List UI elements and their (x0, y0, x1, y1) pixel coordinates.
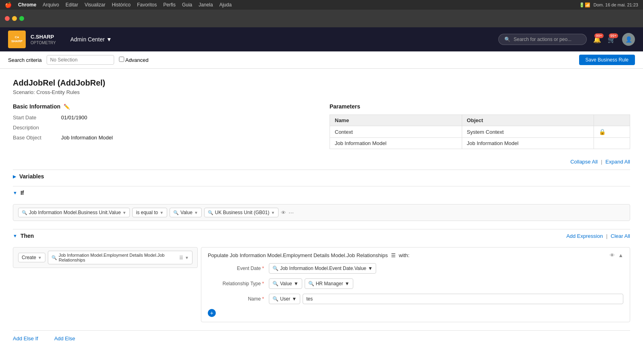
eye-icon[interactable]: 👁 (281, 210, 286, 216)
rel-type-arrow: ▼ (294, 281, 299, 286)
info-columns: Basic Information ✏️ Start Date 01/01/19… (13, 103, 630, 149)
menu-favoritos[interactable]: Favoritos (137, 2, 157, 8)
target-object-selector[interactable]: 🔍 Job Information Model.Employment Detai… (48, 251, 192, 264)
if-value-selector[interactable]: 🔍 UK Business Unit (GB01) ▼ (204, 208, 278, 217)
admin-center-chevron: ▼ (106, 36, 112, 43)
name-type-selector[interactable]: 🔍 User ▼ (269, 294, 300, 304)
add-expression-link[interactable]: Add Expression (566, 233, 603, 239)
maximize-button[interactable] (19, 16, 24, 21)
menu-janela[interactable]: Janela (199, 2, 213, 8)
parameters-title: Parameters (330, 103, 630, 110)
then-toggle[interactable]: ▼ (13, 233, 17, 238)
then-expr-container: Create ▼ 🔍 Job Information Model.Employm… (13, 247, 630, 322)
then-label: Then (20, 233, 34, 239)
then-header: ▼ Then Add Expression | Clear All (13, 229, 630, 242)
then-actions: Add Expression | Clear All (566, 233, 630, 239)
app-name[interactable]: Chrome (18, 2, 36, 8)
add-else-if-link[interactable]: Add Else If (13, 335, 38, 342)
sub-nav: Search criteria Advanced Save Business R… (0, 51, 643, 69)
cart-badge: 99+ (609, 33, 618, 38)
then-separator: | (606, 233, 607, 239)
event-date-search-icon: 🔍 (272, 266, 278, 271)
param-lock-0[interactable]: 🔒 (594, 126, 630, 138)
more-icon[interactable]: ⋯ (289, 210, 294, 216)
param-row-0: Context System Context 🔒 (330, 126, 630, 138)
if-type-arrow: ▼ (194, 211, 198, 215)
basic-info-section: Basic Information ✏️ Start Date 01/01/19… (13, 103, 313, 149)
menu-ajuda[interactable]: Ajuda (219, 2, 232, 8)
if-section: ▼ If 🔍 Job Information Model.Business Un… (13, 186, 630, 221)
if-header: ▼ If (13, 186, 630, 199)
parameters-section: Parameters Name Object Context System Co… (330, 103, 630, 149)
rel-value-arrow: ▼ (345, 281, 350, 286)
rel-value-selector[interactable]: 🔍 HR Manager ▼ (305, 278, 353, 289)
base-object-row: Base Object Job Information Model (13, 135, 313, 141)
start-date-label: Start Date (13, 115, 61, 121)
parameters-table: Name Object Context System Context 🔒 Job… (330, 115, 630, 149)
advanced-checkbox[interactable] (119, 57, 124, 62)
rel-type-type-selector[interactable]: 🔍 Value ▼ (269, 278, 302, 289)
notifications-icon[interactable]: 🔔 99+ (593, 36, 601, 43)
create-verb-selector[interactable]: Create ▼ (18, 253, 45, 262)
if-field-arrow: ▼ (123, 211, 127, 215)
rel-type-required: * (262, 281, 264, 286)
mac-datetime: Dom. 16 de mai. 21:23 (594, 2, 638, 7)
start-date-value: 01/01/1900 (61, 115, 87, 121)
menu-historico[interactable]: Histórico (112, 2, 131, 8)
menu-perfis[interactable]: Perfis (163, 2, 176, 8)
name-text-input[interactable] (303, 294, 623, 304)
target-object-label: Job Information Model.Employment Details… (59, 253, 176, 262)
menu-guia[interactable]: Guia (182, 2, 192, 8)
col-action-header (594, 115, 630, 126)
user-avatar[interactable]: 👤 (622, 33, 635, 46)
if-operator-selector[interactable]: is equal to ▼ (132, 208, 167, 217)
cart-icon[interactable]: 🛒 99+ (608, 36, 616, 43)
rel-search-icon: 🔍 (272, 281, 278, 286)
if-type-selector[interactable]: 🔍 Value ▼ (170, 208, 202, 217)
relationship-type-label: Relationship Type * (208, 281, 264, 286)
edit-icon[interactable]: ✏️ (63, 104, 70, 110)
menu-visualizar[interactable]: Visualizar (84, 2, 105, 8)
create-verb-label: Create (22, 255, 36, 260)
main-content: AddJobRel (AddJobRel) Scenario: Cross-En… (0, 69, 643, 364)
event-date-selector[interactable]: 🔍 Job Information Model.Event Date.Value… (269, 263, 376, 274)
description-row: Description (13, 125, 313, 131)
name-row: Name * 🔍 User ▼ (208, 294, 623, 304)
add-else-link[interactable]: Add Else (54, 335, 75, 342)
lock-icon[interactable]: 🔒 (599, 129, 606, 135)
page-title: AddJobRel (AddJobRel) (13, 78, 630, 88)
populate-collapse-icon[interactable]: ▲ (618, 252, 623, 258)
clear-all-link[interactable]: Clear All (611, 233, 630, 239)
name-label: Name * (208, 296, 264, 302)
if-toggle[interactable]: ▼ (13, 190, 17, 195)
param-row-1: Job Information Model Job Information Mo… (330, 138, 630, 149)
menu-editar[interactable]: Editar (66, 2, 78, 8)
event-date-value: Job Information Model.Event Date.Value (280, 266, 367, 271)
close-button[interactable] (5, 16, 10, 21)
collapse-all-link[interactable]: Collapse All (570, 159, 598, 165)
param-action-1 (594, 138, 630, 149)
global-search-bar[interactable]: 🔍 Search for actions or peo... (498, 34, 587, 45)
search-mag-icon-2: 🔍 (173, 210, 179, 215)
param-name-0: Context (330, 126, 462, 138)
admin-center-button[interactable]: Admin Center ▼ (70, 36, 112, 43)
add-field-button[interactable]: + (208, 309, 216, 317)
populate-eye-icon[interactable]: 👁 (610, 252, 615, 258)
variables-toggle[interactable]: ▶ (13, 174, 16, 179)
logo-title: C.SHARP (31, 34, 56, 41)
filter-input[interactable] (47, 55, 114, 65)
expand-all-link[interactable]: Expand All (606, 159, 630, 165)
name-type-value: User (280, 296, 290, 302)
then-right-panel: Populate Job Information Model.Employmen… (201, 247, 630, 322)
create-arrow: ▼ (38, 256, 42, 260)
minimize-button[interactable] (12, 16, 17, 21)
if-value-arrow: ▼ (271, 211, 275, 215)
search-icon: 🔍 (504, 37, 510, 42)
logo-subtitle: OPTOMETRY (31, 41, 56, 45)
if-field-value: Job Information Model.Business Unit.Valu… (29, 210, 121, 215)
menu-arquivo[interactable]: Arquivo (43, 2, 59, 8)
collapse-expand-bar: Collapse All | Expand All (13, 159, 630, 165)
mac-menu-bar: 🍎 Chrome Arquivo Editar Visualizar Histó… (0, 0, 643, 10)
if-field-selector[interactable]: 🔍 Job Information Model.Business Unit.Va… (18, 208, 130, 217)
save-business-rule-button[interactable]: Save Business Rule (579, 55, 635, 65)
